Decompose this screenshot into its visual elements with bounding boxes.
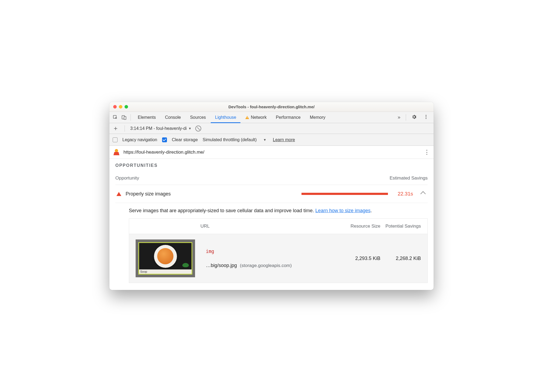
resource-table: URL Resource Size Potential Savings Soop… (129, 218, 428, 283)
report-menu-icon[interactable]: ⋮ (424, 149, 430, 155)
col-savings: Estimated Savings (390, 175, 428, 181)
devtools-window: DevTools - foul-heavenly-direction.glitc… (109, 102, 434, 290)
column-headers: Opportunity Estimated Savings (115, 175, 428, 181)
savings-value: 22.31s (398, 191, 413, 197)
th-url: URL (200, 224, 340, 229)
report-label: 3:14:14 PM - foul-heavenly-di (130, 126, 187, 131)
separator (406, 114, 406, 121)
th-size: Resource Size (340, 224, 380, 229)
resource-thumbnail: Soop (136, 239, 195, 277)
svg-point-5 (425, 118, 426, 119)
table-row[interactable]: Soop img …big/soop.jpg (storage.googleap… (129, 234, 427, 283)
tab-elements[interactable]: Elements (133, 112, 160, 123)
close-icon[interactable] (113, 105, 117, 109)
tab-performance[interactable]: Performance (272, 112, 305, 123)
chevron-down-icon: ▼ (188, 127, 192, 130)
window-title: DevTools - foul-heavenly-direction.glitc… (109, 104, 434, 109)
tab-lighthouse[interactable]: Lighthouse (211, 112, 240, 123)
opportunity-row[interactable]: Properly size images 22.31s (115, 185, 428, 203)
fail-triangle-icon (116, 192, 121, 196)
new-report-button[interactable] (112, 125, 119, 132)
resource-url-col: img …big/soop.jpg (storage.googleapis.co… (195, 249, 340, 268)
learn-link[interactable]: Learn how to size images (315, 208, 370, 213)
opportunity-label: Properly size images (126, 191, 171, 197)
legacy-navigation-checkbox[interactable] (113, 137, 118, 142)
warning-icon (245, 116, 249, 119)
resource-host: (storage.googleapis.com) (240, 263, 292, 268)
savings-bar (301, 193, 388, 195)
minimize-icon[interactable] (119, 105, 122, 109)
col-opportunity: Opportunity (115, 175, 139, 181)
settings-gear-icon[interactable] (409, 114, 420, 121)
separator (130, 114, 131, 121)
throttling-label: Simulated throttling (default) (203, 137, 257, 142)
thumb-caption: Soop (139, 269, 192, 274)
panel-tabs: Elements Console Sources Lighthouse Netw… (133, 112, 394, 123)
titlebar: DevTools - foul-heavenly-direction.glitc… (109, 102, 434, 112)
resource-path: …big/soop.jpg (storage.googleapis.com) (206, 263, 340, 268)
potential-savings: 2,268.2 KiB (380, 256, 421, 261)
inspect-element-icon[interactable] (112, 114, 119, 121)
audited-url-row: https://foul-heavenly-direction.glitch.m… (109, 146, 434, 159)
tab-console[interactable]: Console (161, 112, 185, 123)
zoom-icon[interactable] (125, 105, 128, 109)
opportunity-description: Serve images that are appropriately-size… (129, 208, 428, 214)
separator (125, 125, 125, 132)
th-potential: Potential Savings (380, 224, 421, 229)
audited-url: https://foul-heavenly-direction.glitch.m… (123, 150, 420, 155)
report-content: OPPORTUNITIES Opportunity Estimated Savi… (109, 159, 434, 290)
svg-point-4 (425, 116, 426, 117)
svg-point-3 (425, 115, 426, 116)
table-head: URL Resource Size Potential Savings (129, 219, 427, 234)
chevron-up-icon[interactable] (420, 191, 426, 197)
report-selector[interactable]: 3:14:14 PM - foul-heavenly-di ▼ (130, 126, 192, 131)
clear-storage-checkbox[interactable] (162, 137, 167, 142)
chevron-down-icon[interactable]: ▼ (263, 138, 266, 142)
legacy-navigation-label: Legacy navigation (122, 137, 157, 142)
lighthouse-icon (113, 149, 120, 155)
more-options-icon[interactable] (421, 114, 431, 121)
lighthouse-options: Legacy navigation Clear storage Simulate… (109, 134, 434, 146)
tab-sources[interactable]: Sources (186, 112, 210, 123)
clear-storage-label: Clear storage (172, 137, 198, 142)
clear-report-icon[interactable] (195, 126, 201, 131)
panel-tabs-row: Elements Console Sources Lighthouse Netw… (109, 112, 434, 123)
svg-rect-2 (124, 116, 126, 119)
traffic-lights (113, 105, 128, 109)
tab-memory[interactable]: Memory (306, 112, 330, 123)
tab-network[interactable]: Network (241, 112, 271, 123)
section-title: OPPORTUNITIES (115, 163, 428, 168)
device-toolbar-icon[interactable] (120, 114, 128, 121)
lighthouse-toolbar: 3:14:14 PM - foul-heavenly-di ▼ (109, 123, 434, 134)
resource-size: 2,293.5 KiB (340, 256, 380, 261)
more-tabs-icon[interactable]: » (395, 114, 403, 120)
learn-more-link[interactable]: Learn more (273, 137, 295, 142)
element-tag: img (206, 249, 340, 254)
